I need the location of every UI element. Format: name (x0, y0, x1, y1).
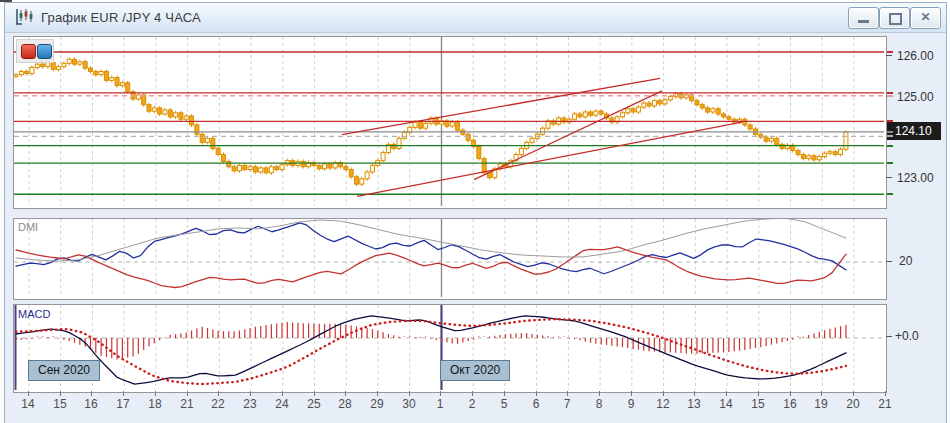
date-tick (409, 391, 410, 396)
level-tick (887, 131, 893, 133)
date-tick (250, 391, 251, 396)
dmi-level-label: 20 (899, 254, 912, 268)
x-axis-label: 23 (237, 397, 263, 411)
date-tick (821, 391, 822, 396)
x-axis-label: 19 (808, 397, 834, 411)
level-tick (887, 193, 893, 195)
date-tick (790, 391, 791, 396)
x-axis-label: 1 (427, 397, 453, 411)
restore-icon (889, 13, 902, 25)
x-axis-label: 14 (15, 397, 41, 411)
x-axis-label: 17 (110, 397, 136, 411)
current-price-badge: 124.10 (887, 122, 941, 140)
dmi-chart[interactable] (14, 219, 884, 297)
x-axis-label: 28 (332, 397, 358, 411)
candlestick-chart[interactable] (14, 37, 884, 206)
date-tick (187, 391, 188, 396)
x-axis-label: 16 (777, 397, 803, 411)
date-tick (440, 391, 441, 396)
month-label: Сен 2020 (28, 360, 100, 381)
level-tick (887, 51, 893, 53)
level-tick (887, 92, 893, 94)
date-tick (536, 391, 537, 396)
x-axis-label: 21 (174, 397, 200, 411)
date-tick (599, 391, 600, 396)
x-axis-label: 13 (681, 397, 707, 411)
x-axis-label: 2 (459, 397, 485, 411)
date-tick (155, 391, 156, 396)
macd-zero-tick (886, 336, 892, 337)
x-axis-label: 30 (396, 397, 422, 411)
date-tick (504, 391, 505, 396)
close-icon: ✕ (911, 10, 940, 24)
date-tick (123, 391, 124, 396)
dmi-panel[interactable] (13, 218, 887, 300)
macd-zero-label: +0.0 (895, 329, 919, 343)
restore-button[interactable] (879, 7, 910, 29)
date-tick (377, 391, 378, 396)
level-tick (887, 135, 893, 137)
price-label-123: 123.00 (897, 171, 934, 185)
x-axis-label: 12 (650, 397, 676, 411)
x-axis-label: 20 (840, 397, 866, 411)
blue-marker-button[interactable] (37, 44, 52, 59)
price-label-125: 125.00 (897, 90, 934, 104)
date-tick (885, 391, 886, 396)
x-axis-label: 21 (872, 397, 898, 411)
x-axis-label: 15 (745, 397, 771, 411)
date-tick (758, 391, 759, 396)
level-tick (887, 162, 893, 164)
window-title: График EUR /JPY 4 ЧАСА (41, 10, 201, 25)
date-tick (314, 391, 315, 396)
date-tick (345, 391, 346, 396)
price-tick (886, 55, 892, 56)
chart-window: График EUR /JPY 4 ЧАСА ✕ DMI MACD 126.00 (4, 2, 947, 423)
chart-mini-toolbar (16, 39, 54, 63)
x-axis-label: 6 (523, 397, 549, 411)
chart-icon (15, 8, 35, 27)
date-tick (853, 391, 854, 396)
date-tick (567, 391, 568, 396)
red-marker-button[interactable] (21, 44, 36, 59)
level-tick (887, 120, 893, 122)
level-tick (887, 95, 893, 97)
date-tick (218, 391, 219, 396)
price-chart-panel[interactable] (13, 36, 887, 209)
minimize-icon (858, 20, 869, 23)
screenshot-stage: График EUR /JPY 4 ЧАСА ✕ DMI MACD 126.00 (0, 0, 950, 423)
date-tick (663, 391, 664, 396)
x-axis-label: 24 (269, 397, 295, 411)
date-tick (631, 391, 632, 396)
x-axis-label: 14 (713, 397, 739, 411)
dmi-indicator-label: DMI (18, 221, 38, 233)
x-axis-label: 25 (301, 397, 327, 411)
x-axis-label: 5 (491, 397, 517, 411)
date-tick (694, 391, 695, 396)
x-axis-label: 22 (205, 397, 231, 411)
x-axis-label: 18 (142, 397, 168, 411)
price-label-126: 126.00 (897, 49, 934, 63)
dmi-level-tick (886, 261, 892, 262)
x-axis-label: 16 (78, 397, 104, 411)
title-bar[interactable]: График EUR /JPY 4 ЧАСА ✕ (5, 3, 946, 33)
price-tick (886, 177, 892, 178)
x-axis-label: 9 (618, 397, 644, 411)
minimize-button[interactable] (848, 7, 879, 29)
x-axis-label: 8 (586, 397, 612, 411)
level-tick (887, 145, 893, 147)
x-axis-label: 29 (364, 397, 390, 411)
month-label: Окт 2020 (440, 360, 510, 381)
date-tick (282, 391, 283, 396)
macd-indicator-label: MACD (18, 308, 50, 320)
date-tick (91, 391, 92, 396)
x-axis-label: 15 (47, 397, 73, 411)
x-axis-label: 7 (554, 397, 580, 411)
date-tick (28, 391, 29, 396)
close-button[interactable]: ✕ (910, 7, 941, 29)
date-tick (60, 391, 61, 396)
date-tick (472, 391, 473, 396)
date-tick (726, 391, 727, 396)
